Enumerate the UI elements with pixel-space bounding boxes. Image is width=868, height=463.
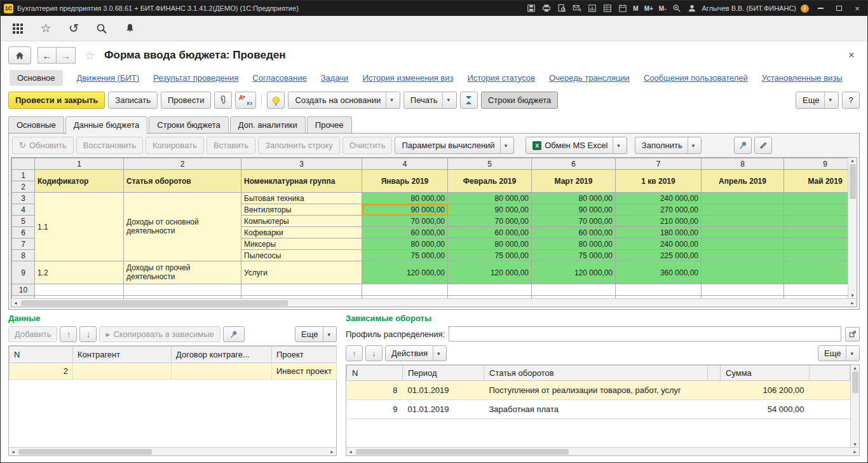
cell-n[interactable]: 8 (347, 381, 403, 400)
cell-value-empty[interactable] (784, 261, 848, 284)
preview-icon[interactable] (556, 3, 567, 13)
cell-group[interactable]: Пылесосы (241, 250, 362, 261)
cell-group[interactable]: Услуги (241, 261, 362, 284)
scroll-right-button[interactable]: ► (853, 450, 857, 454)
cell-value-empty[interactable] (784, 227, 848, 238)
cell-value-empty[interactable] (702, 193, 784, 204)
cell-sum[interactable]: 106 200,00 (721, 381, 810, 400)
cell-value-empty[interactable] (702, 261, 784, 284)
add-button[interactable]: Добавить (8, 326, 57, 342)
cell-empty[interactable] (616, 284, 702, 296)
cell-empty[interactable] (448, 284, 532, 296)
move-down-button[interactable]: ↓ (79, 326, 97, 342)
cell-blank[interactable] (708, 381, 721, 400)
fill-button[interactable]: Заполнить▾ (635, 137, 702, 154)
post-button[interactable]: Провести (161, 92, 212, 109)
row-header[interactable]: 3 (12, 193, 35, 204)
dependent-horizontal-scrollbar[interactable]: ◄ ► (346, 447, 859, 455)
cell-value[interactable]: 80 000,00 (362, 238, 448, 250)
cell-value[interactable]: 180 000,00 (616, 227, 702, 238)
cell-group[interactable]: Компьютеры (241, 216, 362, 227)
cell-group[interactable]: Бытовая техника (241, 193, 362, 204)
nav-link-tasks[interactable]: Задачи (321, 73, 349, 83)
cell-value-empty[interactable] (702, 238, 784, 250)
selected-cell[interactable]: 90 000,00 (362, 204, 448, 216)
tab-budget-lines[interactable]: Строки бюджета (149, 116, 228, 133)
header-january[interactable]: Январь 2019 (362, 170, 448, 193)
cell-value[interactable]: 60 000,00 (362, 227, 448, 238)
col-header[interactable]: 9 (784, 158, 848, 170)
col-header[interactable]: 3 (241, 158, 362, 170)
scroll-right-button[interactable]: ► (850, 301, 855, 305)
header-april[interactable]: Апрель 2019 (702, 170, 784, 193)
profile-input[interactable] (449, 326, 841, 342)
back-button[interactable]: ← (37, 47, 57, 64)
nav-tab-main[interactable]: Основное (10, 70, 63, 86)
cell-value[interactable]: 240 000,00 (616, 193, 702, 204)
scroll-left-button[interactable]: ◄ (348, 450, 353, 454)
scrollbar-thumb[interactable] (852, 371, 858, 393)
cell-value[interactable]: 240 000,00 (616, 238, 702, 250)
cell-value[interactable]: 80 000,00 (448, 193, 532, 204)
column-header-n[interactable]: N (10, 347, 73, 363)
info-icon[interactable]: i (801, 4, 809, 13)
cell-value[interactable]: 60 000,00 (532, 227, 616, 238)
cell-value[interactable]: 120 000,00 (362, 261, 448, 284)
cell-project[interactable]: Инвест проект (272, 363, 337, 380)
tab-main[interactable]: Основные (8, 116, 64, 133)
history-icon[interactable]: ↺ (67, 22, 81, 36)
zoom-icon[interactable] (672, 3, 682, 13)
cell-value[interactable]: 80 000,00 (532, 238, 616, 250)
dependent-vertical-scrollbar[interactable]: ▲ ▼ (850, 365, 859, 447)
collapse-button[interactable] (460, 92, 478, 109)
tab-other[interactable]: Прочее (307, 116, 352, 133)
profile-open-button[interactable] (845, 327, 860, 342)
cell-empty[interactable] (362, 284, 448, 296)
cell-value-empty[interactable] (702, 216, 784, 227)
attachments-button[interactable] (214, 92, 232, 109)
header-group[interactable]: Номенклатурная группа (241, 170, 362, 193)
cell-value-empty[interactable] (702, 204, 784, 216)
cell-n[interactable]: 9 (347, 400, 403, 419)
cell-article[interactable]: Доходы от прочей деятельности (124, 261, 241, 284)
nav-link-visa-history[interactable]: История изменения виз (362, 73, 453, 83)
cell-sum[interactable]: 54 000,00 (721, 400, 810, 419)
scrollbar-thumb[interactable] (18, 449, 152, 455)
cell-value[interactable]: 75 000,00 (362, 250, 448, 261)
cell-value-empty[interactable] (784, 204, 848, 216)
cell-value[interactable]: 210 000,00 (616, 216, 702, 227)
cell-contract[interactable] (172, 363, 272, 380)
tab-extra-analytics[interactable]: Доп. аналитики (230, 116, 306, 133)
cell-value[interactable]: 225 000,00 (616, 250, 702, 261)
cell-value[interactable]: 90 000,00 (532, 204, 616, 216)
edit-button[interactable] (754, 137, 772, 154)
cell-value-empty[interactable] (784, 238, 848, 250)
calendar-icon[interactable] (617, 3, 628, 13)
print-button[interactable]: Печать▾ (403, 92, 457, 109)
cell-value[interactable]: 80 000,00 (532, 193, 616, 204)
home-button[interactable] (8, 46, 31, 64)
cell-group[interactable]: Миксеры (241, 238, 362, 250)
move-up-button[interactable]: ↑ (60, 326, 77, 342)
cell-article[interactable]: Заработная плата (484, 400, 708, 419)
cell-n[interactable]: 2 (10, 363, 73, 380)
budget-lines-button[interactable]: Строки бюджета (481, 92, 558, 109)
clear-button[interactable]: Очистить (342, 137, 393, 154)
form-close-button[interactable]: × (843, 49, 860, 62)
nav-link-posting-result[interactable]: Результат проведения (153, 73, 238, 83)
cell-contractor[interactable] (73, 363, 172, 380)
column-header-article[interactable]: Статья оборотов (484, 366, 708, 381)
print-icon[interactable] (541, 3, 552, 13)
scroll-down-button[interactable]: ▼ (850, 293, 855, 298)
cell-value[interactable]: 80 000,00 (362, 193, 448, 204)
pin-button[interactable] (223, 326, 245, 342)
more-button[interactable]: Еще▾ (818, 345, 860, 361)
column-header-project[interactable]: Проект (272, 347, 337, 363)
nav-link-user-messages[interactable]: Сообщения пользователей (644, 73, 748, 83)
cell-empty[interactable] (784, 284, 848, 296)
hint-button[interactable] (267, 92, 285, 109)
column-header-sum[interactable]: Сумма (721, 366, 810, 381)
cell-group[interactable]: Кофеварки (241, 227, 362, 238)
row-header[interactable]: 4 (12, 204, 35, 216)
col-header[interactable]: 7 (616, 158, 702, 170)
